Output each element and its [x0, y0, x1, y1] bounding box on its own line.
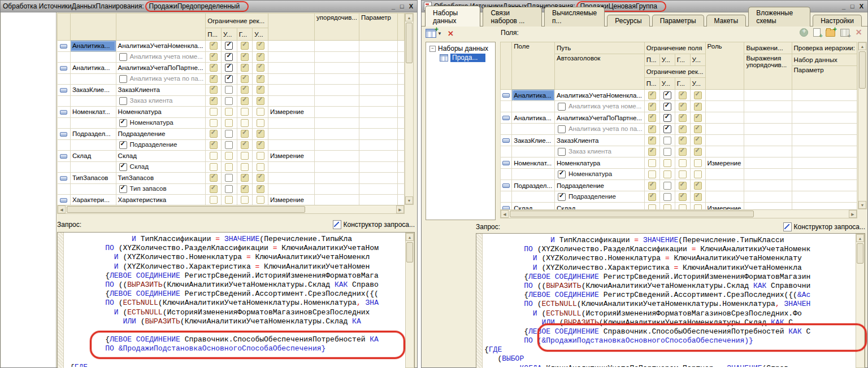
checkbox[interactable] [210, 64, 218, 72]
title-checkbox[interactable] [558, 103, 566, 111]
checkbox[interactable] [210, 108, 218, 116]
table-row[interactable]: Характери... Характеристика Измерение [58, 195, 405, 206]
param-cell[interactable] [359, 63, 397, 74]
column-header-hierarchy[interactable]: Проверка иерархии: [792, 42, 857, 54]
role-cell[interactable]: Измерение [705, 157, 744, 169]
role-cell[interactable] [705, 180, 744, 191]
param-cell[interactable] [359, 129, 397, 140]
scroll-thumb[interactable] [859, 51, 866, 89]
column-header-dataset[interactable]: Набор данных [792, 54, 857, 66]
column-header-order[interactable]: упорядочив... [315, 14, 359, 41]
tree-item-dataset[interactable]: Прода... [426, 53, 495, 63]
tree-item-datasets-root[interactable]: − Наборы данных [426, 44, 495, 53]
checkbox[interactable] [241, 163, 249, 171]
role-cell[interactable]: Измерение [268, 195, 315, 206]
maximize-button[interactable]: □ [400, 3, 404, 10]
column-header-p[interactable]: П... [644, 78, 659, 90]
scroll-left-icon[interactable]: ◀ [501, 210, 509, 218]
role-cell[interactable] [268, 63, 315, 74]
column-header-limit-req[interactable]: Ограничение рек... [644, 66, 705, 78]
checkbox[interactable] [648, 125, 656, 133]
checkbox[interactable] [210, 163, 218, 171]
checkbox[interactable] [694, 182, 702, 190]
checkbox[interactable] [694, 125, 702, 133]
table-row[interactable]: Номенклат... Номенклатура Измерение [501, 157, 857, 169]
checkbox[interactable] [241, 64, 249, 72]
checkbox[interactable] [257, 174, 264, 182]
query-text[interactable]: И ТипКлассификации = ЗНАЧЕНИЕ(Перечислен… [66, 235, 404, 367]
checkbox[interactable] [210, 174, 218, 182]
checkbox[interactable] [257, 86, 264, 94]
checkbox[interactable] [648, 182, 656, 190]
role-cell[interactable] [268, 129, 315, 140]
hierarchy-cell[interactable] [792, 90, 857, 101]
checkbox[interactable] [679, 137, 687, 144]
checkbox[interactable] [257, 108, 264, 116]
column-header-u1[interactable]: У... [222, 28, 237, 41]
title-checkbox[interactable] [119, 141, 127, 149]
table-row[interactable]: ЗаказКлие... ЗаказКлиента [58, 85, 405, 96]
checkbox[interactable] [663, 114, 671, 122]
table-subrow[interactable]: Склад [58, 161, 405, 173]
role-cell[interactable]: Измерение [268, 151, 315, 162]
role-cell[interactable] [268, 41, 315, 52]
horizontal-scrollbar[interactable]: ◀ ▶ [500, 209, 857, 218]
checkbox[interactable] [210, 119, 218, 127]
checkbox[interactable] [210, 86, 218, 94]
query-vertical-scrollbar[interactable]: ▲ [856, 234, 865, 368]
checkbox[interactable] [648, 114, 656, 122]
delete-dataset-icon[interactable]: ✕ [448, 29, 454, 38]
table-row[interactable]: Подраздел... Подразделение [501, 180, 857, 191]
column-header-limit-field[interactable]: Ограничение поля [644, 42, 705, 54]
fields-table[interactable]: Поле Путь Ограничение поля Роль Выражени… [500, 42, 857, 210]
checkbox[interactable] [679, 114, 687, 122]
checkbox[interactable] [225, 163, 233, 171]
checkbox[interactable] [241, 53, 249, 61]
table-subrow[interactable]: Подразделение [501, 191, 857, 203]
table-subrow[interactable]: Заказ клиента [501, 146, 857, 157]
checkbox[interactable] [648, 193, 656, 201]
order-cell[interactable] [315, 41, 359, 52]
table-subrow[interactable]: Тип запасов [58, 183, 405, 195]
checkbox[interactable] [648, 103, 656, 111]
add-folder-icon[interactable] [826, 29, 835, 37]
scroll-right-icon[interactable]: ▶ [849, 210, 857, 218]
field-name-cell[interactable]: ТипЗапасов [70, 173, 116, 184]
table-subrow[interactable]: Номенклатура [501, 169, 857, 180]
checkbox[interactable] [225, 196, 233, 204]
checkbox[interactable] [694, 114, 702, 122]
scroll-thumb[interactable] [406, 23, 413, 63]
title-checkbox[interactable] [119, 75, 127, 83]
field-name-cell[interactable]: Склад [70, 151, 116, 162]
column-header-role[interactable]: Роль [705, 42, 744, 90]
table-row[interactable]: Аналитика... АналитикаУчетаПоПартне... [58, 63, 405, 74]
hierarchy-cell[interactable] [792, 180, 857, 191]
checkbox[interactable] [241, 86, 249, 94]
column-header-g[interactable]: Г... [237, 28, 253, 41]
order-cell[interactable] [315, 151, 359, 162]
vertical-scrollbar[interactable]: ▲ ▼ [858, 42, 867, 209]
table-row[interactable]: ЗаказКлие... ЗаказКлиента [501, 135, 857, 146]
field-name-cell[interactable]: Подраздел... [70, 129, 116, 140]
close-button[interactable]: X [409, 3, 413, 10]
column-header-param[interactable]: Параметр [792, 66, 857, 90]
checkbox[interactable] [241, 152, 249, 160]
table-row[interactable]: Аналитика... АналитикаУчетаПоПартне... [501, 112, 857, 124]
role-cell[interactable] [705, 112, 744, 124]
column-header-param[interactable]: Параметр [359, 14, 397, 41]
column-header-expr[interactable]: Выражени... [744, 42, 792, 54]
table-subrow[interactable]: Заказ клиента [58, 95, 405, 107]
tab-datasets[interactable]: Наборы данных [425, 6, 480, 27]
checkbox[interactable] [225, 53, 233, 61]
param-cell[interactable] [359, 195, 397, 206]
checkbox[interactable] [241, 119, 249, 127]
horizontal-scrollbar[interactable]: ◀ ▶ [57, 205, 405, 214]
checkbox[interactable] [210, 185, 218, 193]
scroll-thumb[interactable] [67, 206, 305, 213]
scroll-down-icon[interactable]: ▼ [858, 201, 866, 209]
checkbox[interactable] [663, 148, 671, 156]
table-row[interactable]: Подраздел... Подразделение [58, 129, 405, 140]
column-header-field[interactable]: Поле [512, 42, 555, 90]
checkbox[interactable] [257, 119, 264, 127]
role-cell[interactable]: Измерение [705, 203, 744, 211]
